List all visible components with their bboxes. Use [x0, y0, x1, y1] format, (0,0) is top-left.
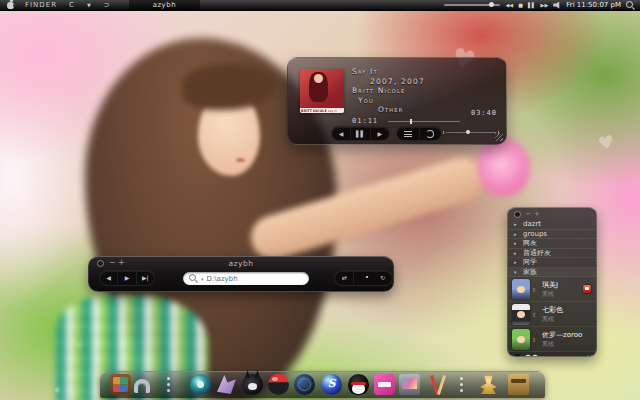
- album-art-figure: [309, 72, 328, 102]
- contact-group-dazrt[interactable]: ▸ dazrt: [508, 220, 596, 230]
- chevron-down-icon: ▾: [514, 269, 519, 275]
- chevron-right-icon: ▸: [514, 250, 519, 256]
- chevron-right-icon: ▸: [514, 240, 519, 246]
- speaker-icon[interactable]: [553, 2, 561, 9]
- group-label: groups: [523, 230, 547, 238]
- dock-separator-dots: [166, 375, 171, 394]
- dock: [100, 371, 545, 398]
- contact-name: 琪美J: [542, 281, 558, 290]
- progress-bar[interactable]: [388, 121, 460, 122]
- menubar-volume-slider[interactable]: [444, 4, 500, 6]
- qq-label: QQ: [525, 354, 539, 357]
- stop-button[interactable]: ■: [518, 2, 523, 8]
- album-art-artist: BRITT NICOLE: [301, 109, 327, 113]
- play-button[interactable]: ▶: [118, 271, 136, 285]
- level-icon: t: [533, 336, 539, 343]
- playback-controls: ◀ ▌▌ ▶: [331, 126, 390, 141]
- contact-status: 离线: [542, 290, 558, 298]
- panel-zoom-button[interactable]: +: [534, 208, 540, 220]
- track-genre: Other: [352, 105, 425, 115]
- menu-arrow-icon[interactable]: ▼: [87, 2, 92, 8]
- forward-button[interactable]: ▶▶: [541, 2, 549, 8]
- contact-name: 七彩色: [542, 306, 563, 315]
- menu-bar-status-area: ◀◀ ■ ▌▌ ▶▶ Fri 11:50:07 pM: [444, 1, 640, 10]
- contact-status: 离线: [542, 315, 563, 323]
- album-art-caption: BRITT NICOLE say it: [300, 108, 344, 113]
- track-title: Say It: [352, 67, 425, 77]
- search-caret-icon[interactable]: ▾: [201, 276, 204, 282]
- apps-shelf-icon[interactable]: [110, 374, 131, 395]
- menubar-clock: Fri 11:50:07 pM: [566, 1, 621, 9]
- contacts-panel: − + ▸ dazrt ▸ groups ▸ 网友 ▸ 普通好友 ▸ 同学 ▾ …: [507, 207, 597, 357]
- wallpaper-lips: [236, 158, 245, 162]
- chevron-right-icon: ▸: [514, 221, 519, 227]
- contact-group-netfriends[interactable]: ▸ 网友: [508, 239, 596, 249]
- heart-bokeh: ♥: [596, 131, 616, 154]
- desktop: ♥ ♥ FINDER C ▼ ⊃ azybh ◀◀ ■ ▌▌ ▶▶ Fri 11…: [0, 0, 640, 400]
- swirl-orb-icon[interactable]: [321, 374, 342, 395]
- panel-close-button[interactable]: [514, 211, 521, 218]
- contact-group-classmates[interactable]: ▸ 同学: [508, 258, 596, 268]
- contact-row[interactable]: t 佐罗—zoroo 离线: [508, 327, 596, 352]
- total-time: 03:40: [471, 109, 497, 117]
- menu-eject-icon[interactable]: ⊃: [104, 1, 111, 9]
- film-screen-icon[interactable]: [399, 374, 420, 395]
- previous-track-button[interactable]: ◀: [332, 127, 351, 140]
- mail-badge-icon[interactable]: [583, 285, 591, 293]
- red-cap-ball-icon[interactable]: [268, 374, 289, 395]
- spotlight-search-icon[interactable]: [626, 1, 635, 10]
- track-info: Say It 2007, 2007 Britt Nicole You Other: [352, 67, 425, 115]
- contact-row[interactable]: t 七彩色 离线: [508, 302, 596, 327]
- chevron-right-icon: ▸: [514, 259, 519, 265]
- origami-icon[interactable]: [216, 374, 237, 395]
- contact-group-normal-friends[interactable]: ▸ 普通好友: [508, 249, 596, 259]
- wooden-drawer-icon[interactable]: [508, 374, 529, 395]
- music-player-widget: BRITT NICOLE say it Say It 2007, 2007 Br…: [287, 57, 507, 145]
- group-label: 网友: [523, 238, 537, 248]
- cat-icon[interactable]: [242, 374, 263, 395]
- apple-menu-icon[interactable]: [7, 2, 14, 9]
- level-icon: t: [533, 286, 539, 293]
- qq-penguin-icon[interactable]: [514, 354, 521, 357]
- contact-group-family[interactable]: ▾ 家族: [508, 268, 596, 278]
- rewind-button[interactable]: ◀◀: [505, 2, 513, 8]
- panel-minimize-button[interactable]: −: [525, 208, 531, 220]
- next-button[interactable]: ▶|: [137, 271, 154, 285]
- album-art-title: say it: [328, 109, 337, 113]
- extra-controls: [396, 126, 442, 141]
- search-input[interactable]: ▾ D:\azybh: [183, 272, 309, 285]
- gold-fountain-icon[interactable]: [478, 374, 499, 395]
- elapsed-time: 01:11: [352, 117, 378, 125]
- menu-finder[interactable]: FINDER: [25, 1, 57, 9]
- transport-controls: ◀ ▶ ▶|: [99, 270, 155, 286]
- previous-button[interactable]: ◀: [100, 271, 118, 285]
- player-volume-slider[interactable]: [446, 132, 496, 133]
- search-icon: [189, 274, 198, 283]
- qq-penguin-icon[interactable]: [348, 374, 369, 395]
- resize-grip[interactable]: [495, 133, 503, 141]
- search-value: D:\azybh: [207, 275, 238, 283]
- shuffle-button[interactable]: ⇄: [335, 271, 354, 285]
- disc-icon[interactable]: [190, 374, 211, 395]
- group-label: dazrt: [523, 220, 541, 228]
- group-label: 同学: [523, 257, 537, 267]
- dark-globe-icon[interactable]: [294, 374, 315, 395]
- panel-title-bar[interactable]: − +: [508, 208, 596, 220]
- contact-row[interactable]: t 琪美J 离线: [508, 277, 596, 302]
- repeat-button[interactable]: [420, 127, 442, 140]
- pink-app-icon[interactable]: [374, 374, 395, 395]
- window-title-bar[interactable]: − + azybh: [89, 257, 393, 269]
- chevron-right-icon: ▸: [514, 231, 519, 237]
- window-controls-row: ◀ ▶ ▶| ▾ D:\azybh ⇄ ↻: [89, 269, 393, 291]
- pause-button[interactable]: ▌▌: [528, 2, 536, 8]
- dock-separator-dots: [459, 375, 464, 394]
- repeat-button[interactable]: ↻: [374, 271, 392, 285]
- ruler-pencil-icon[interactable]: [428, 374, 449, 395]
- wallpaper-pink-flower: [478, 138, 530, 196]
- contact-group-groups[interactable]: ▸ groups: [508, 230, 596, 240]
- playlist-button[interactable]: [397, 127, 420, 140]
- menu-c[interactable]: C: [69, 1, 75, 9]
- next-track-button[interactable]: ▶: [371, 127, 389, 140]
- pause-button[interactable]: ▌▌: [351, 127, 370, 140]
- horseshoe-icon[interactable]: [134, 379, 150, 393]
